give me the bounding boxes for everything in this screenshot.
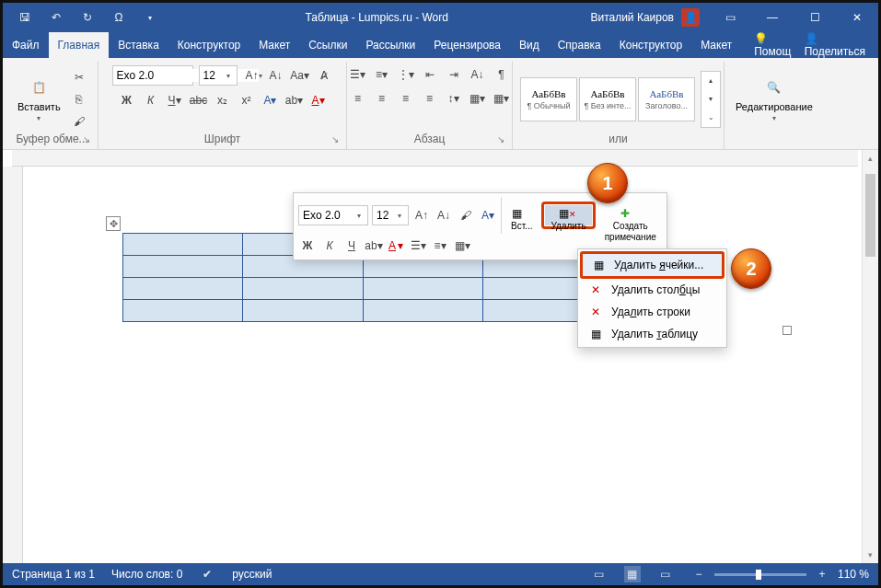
align-left-icon[interactable]: ≡ (349, 89, 367, 108)
styles-more-icon[interactable]: ⌄ (701, 109, 720, 127)
mini-size-combo[interactable]: ▾ (372, 205, 409, 225)
font-size-combo[interactable]: ▾ (199, 65, 238, 86)
tab-table-design[interactable]: Конструктор (610, 32, 691, 58)
style-heading[interactable]: АаБбВвЗаголово... (638, 77, 695, 121)
status-words[interactable]: Число слов: 0 (111, 568, 182, 581)
mini-bold-icon[interactable]: Ж (298, 236, 317, 256)
highlight-icon[interactable]: ab▾ (285, 91, 304, 110)
mini-font-color-icon[interactable]: A▾ (387, 236, 405, 256)
menu-delete-table[interactable]: ▦ Удалить таблицу (580, 323, 725, 345)
editing-button[interactable]: 🔍 Редактирование ▾ (732, 74, 817, 124)
menu-delete-columns[interactable]: ✕ Удалить столбцы (580, 279, 725, 301)
mini-comment-button[interactable]: ✚Создатьпримечание (599, 205, 662, 225)
qa-expand-icon[interactable]: ▾ (141, 8, 159, 27)
shrink-font-icon[interactable]: A↓ (267, 66, 285, 85)
mini-styles-icon[interactable]: A▾ (479, 205, 497, 225)
style-nospacing[interactable]: АаБбВв¶ Без инте... (579, 77, 636, 121)
bold-icon[interactable]: Ж (118, 91, 136, 110)
clear-format-icon[interactable]: A̷ (315, 66, 333, 85)
menu-delete-rows[interactable]: ✕ Удалить строки (580, 301, 725, 323)
scroll-down-icon[interactable]: ▾ (863, 547, 878, 563)
text-effects-icon[interactable]: A▾ (261, 91, 280, 110)
italic-icon[interactable]: К (142, 91, 160, 110)
mini-font-combo[interactable]: ▾ (298, 205, 368, 225)
mini-highlight-icon[interactable]: ab▾ (365, 236, 383, 256)
tab-insert[interactable]: Вставка (109, 32, 168, 58)
shading-icon[interactable]: ▦▾ (469, 89, 487, 108)
borders-icon[interactable]: ▦▾ (493, 89, 511, 108)
ribbon-display-icon[interactable]: ▭ (709, 3, 751, 32)
tab-review[interactable]: Рецензирова (424, 32, 510, 58)
sort-icon[interactable]: A↓ (469, 65, 487, 84)
align-right-icon[interactable]: ≡ (397, 89, 415, 108)
change-case-icon[interactable]: Aa▾ (291, 66, 309, 85)
mini-borders-icon[interactable]: ▦▾ (453, 236, 471, 256)
strike-icon[interactable]: abc (190, 91, 208, 110)
zoom-in-icon[interactable]: + (814, 566, 830, 582)
paste-button[interactable]: 📋 Вставить ▾ (14, 74, 64, 124)
format-painter-icon[interactable]: 🖌 (70, 112, 88, 131)
mini-bullets-icon[interactable]: ☰▾ (409, 236, 427, 256)
subscript-icon[interactable]: x₂ (214, 91, 232, 110)
redo-icon[interactable]: ↻ (78, 8, 97, 27)
scroll-up-icon[interactable]: ▴ (863, 150, 878, 167)
vertical-scrollbar[interactable]: ▴ ▾ (862, 150, 878, 563)
tab-help[interactable]: Справка (549, 32, 610, 58)
view-read-icon[interactable]: ▭ (591, 566, 608, 582)
user-name[interactable]: Виталий Каиров (590, 11, 674, 24)
save-icon[interactable]: 🖫 (16, 8, 34, 27)
paragraph-launcher-icon[interactable]: ↘ (497, 134, 504, 144)
table-row[interactable] (123, 278, 603, 300)
tab-table-layout[interactable]: Макет (691, 32, 741, 58)
scroll-thumb[interactable] (865, 174, 875, 257)
status-language[interactable]: русский (232, 568, 272, 581)
clipboard-launcher-icon[interactable]: ↘ (83, 134, 90, 144)
mini-shrink-font-icon[interactable]: A↓ (435, 205, 453, 225)
zoom-slider[interactable] (714, 573, 806, 576)
table-move-handle[interactable]: ✥ (106, 216, 121, 231)
justify-icon[interactable]: ≡ (421, 89, 439, 108)
mini-italic-icon[interactable]: К (320, 236, 339, 256)
avatar[interactable]: 👤 (681, 8, 700, 27)
showmarks-icon[interactable]: ¶ (493, 65, 511, 84)
tab-home[interactable]: Главная (49, 32, 110, 58)
undo-icon[interactable]: ↶ (47, 8, 65, 27)
font-launcher-icon[interactable]: ↘ (331, 134, 339, 144)
copy-icon[interactable]: ⎘ (70, 90, 88, 109)
align-center-icon[interactable]: ≡ (373, 89, 391, 108)
status-page[interactable]: Страница 1 из 1 (12, 568, 95, 581)
mini-underline-icon[interactable]: Ч (342, 236, 361, 256)
view-web-icon[interactable]: ▭ (657, 566, 674, 582)
mini-grow-font-icon[interactable]: A↑ (412, 205, 431, 225)
line-spacing-icon[interactable]: ↕▾ (445, 89, 463, 108)
minimize-button[interactable]: ― (751, 3, 794, 32)
zoom-out-icon[interactable]: − (690, 566, 707, 582)
maximize-button[interactable]: ☐ (794, 3, 836, 32)
vertical-ruler[interactable] (3, 167, 23, 563)
tab-layout[interactable]: Макет (249, 32, 299, 58)
indent-dec-icon[interactable]: ⇤ (421, 65, 439, 84)
tell-me[interactable]: 💡 Помощ (754, 32, 795, 58)
style-normal[interactable]: АаБбВв¶ Обычный (520, 77, 577, 121)
mini-delete-button[interactable]: ▦✕ Удалить (545, 205, 591, 225)
close-button[interactable]: ✕ (836, 3, 878, 32)
mini-format-painter-icon[interactable]: 🖌 (457, 205, 475, 225)
mini-insert-button[interactable]: ▦Вст... (505, 205, 538, 225)
font-color-icon[interactable]: A▾ (309, 91, 328, 110)
styles-down-icon[interactable]: ▾ (701, 90, 720, 109)
bullets-icon[interactable]: ☰▾ (349, 65, 367, 84)
tab-file[interactable]: Файл (3, 32, 49, 58)
spellcheck-icon[interactable]: ✔ (199, 566, 215, 582)
tab-references[interactable]: Ссылки (299, 32, 356, 58)
styles-up-icon[interactable]: ▴ (701, 72, 720, 90)
menu-delete-cells[interactable]: ▦ Удалить ячейки... (580, 251, 725, 279)
tab-design[interactable]: Конструктор (168, 32, 249, 58)
tab-mailings[interactable]: Рассылки (356, 32, 424, 58)
table-row[interactable] (123, 300, 603, 322)
indent-inc-icon[interactable]: ⇥ (445, 65, 463, 84)
view-print-icon[interactable]: ▦ (624, 566, 641, 582)
mini-numbering-icon[interactable]: ≡▾ (431, 236, 449, 256)
zoom-value[interactable]: 110 % (838, 568, 869, 581)
cut-icon[interactable]: ✂ (70, 68, 88, 86)
omega-icon[interactable]: Ω (110, 8, 128, 27)
